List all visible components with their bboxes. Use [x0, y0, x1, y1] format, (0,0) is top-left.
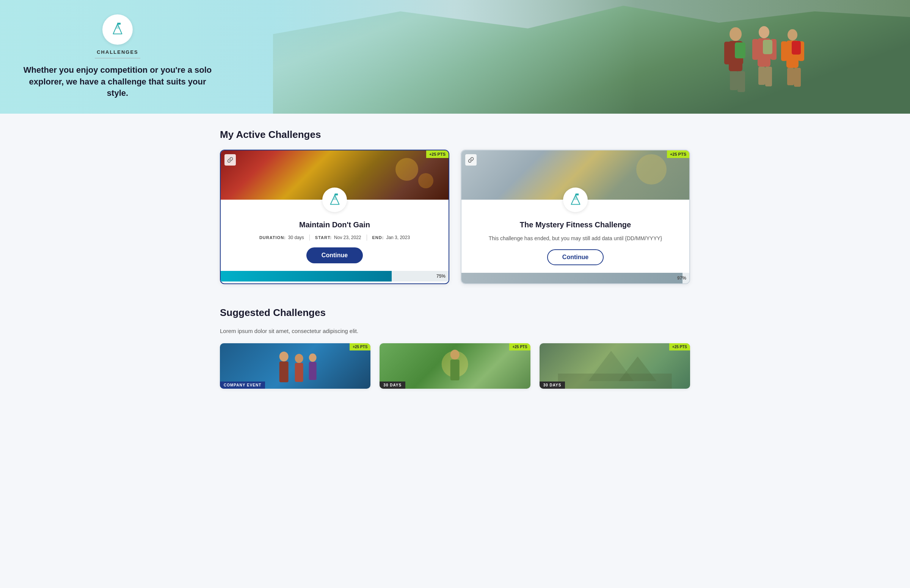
svg-rect-2 [724, 42, 730, 65]
svg-marker-30 [573, 195, 578, 200]
hero-banner: CHALLENGES Whether you enjoy competition… [0, 0, 910, 114]
hero-icon-circle [102, 15, 133, 45]
svg-rect-9 [752, 39, 758, 60]
svg-point-33 [279, 352, 288, 362]
suggested-card-2[interactable]: 30 DAYS +25 PTS [379, 343, 530, 389]
svg-marker-26 [332, 195, 337, 200]
svg-rect-32 [576, 193, 579, 195]
card-1-duration-value: 30 days [288, 235, 304, 240]
card-1-icon-circle [322, 187, 347, 212]
card-1-progress-text: 75% [436, 273, 445, 279]
svg-rect-13 [765, 67, 772, 86]
sugg-card-2-badge: 30 DAYS [379, 381, 405, 389]
card-1-start-label: START: [315, 235, 332, 240]
active-challenges-grid: +25 PTS Maintain Don't Gain DURATION: 30… [220, 150, 690, 284]
card-1-footer: 75% [221, 271, 449, 281]
svg-point-35 [295, 354, 303, 363]
hero-title: CHALLENGES [23, 49, 212, 55]
svg-rect-20 [794, 68, 801, 87]
sugg-card-1-pts: +25 PTS [350, 343, 371, 351]
svg-rect-18 [792, 41, 801, 55]
suggested-challenges-title: Suggested Challenges [220, 307, 690, 318]
card-1-start-value: Nov 23, 2022 [334, 235, 361, 240]
svg-rect-6 [737, 71, 745, 92]
hero-people-illustration [705, 15, 819, 114]
svg-rect-12 [758, 67, 765, 85]
svg-rect-16 [781, 41, 787, 61]
svg-rect-36 [295, 363, 303, 382]
hero-divider [95, 58, 140, 58]
challenge-card-1: +25 PTS Maintain Don't Gain DURATION: 30… [220, 150, 449, 284]
card-2-link-icon[interactable] [465, 154, 477, 166]
card-2-title: The Mystery Fitness Challenge [473, 221, 678, 229]
card-1-body: Maintain Don't Gain DURATION: 30 days ST… [221, 212, 449, 271]
card-2-footer: 97% [461, 273, 689, 283]
svg-point-14 [787, 29, 797, 40]
sugg-card-3-badge: 30 DAYS [539, 381, 565, 389]
card-2-continue-button[interactable]: Continue [547, 249, 604, 265]
card-1-divider-1 [309, 234, 310, 241]
hero-content: CHALLENGES Whether you enjoy competition… [0, 3, 235, 111]
mountain-flag-icon [111, 23, 125, 36]
svg-point-0 [730, 27, 742, 41]
sugg-card-3-pts: +25 PTS [669, 343, 690, 351]
suggested-section: Suggested Challenges Lorem ipsum dolor s… [220, 307, 690, 389]
svg-rect-24 [118, 23, 121, 24]
svg-rect-11 [763, 40, 772, 54]
active-challenges-title: My Active Challenges [220, 129, 690, 141]
challenge-card-2: +25 PTS The Mystery Fitness Challenge Th… [461, 150, 690, 284]
card-2-icon-circle [563, 187, 588, 212]
svg-rect-19 [787, 68, 794, 85]
sugg-card-2-pts: +25 PTS [509, 343, 530, 351]
card-1-progress-bar [221, 271, 392, 281]
svg-rect-44 [558, 373, 672, 389]
link-icon-2 [468, 157, 474, 163]
suggested-description: Lorem ipsum dolor sit amet, consectetur … [220, 328, 690, 334]
suggested-challenges-grid: COMPANY EVENT +25 PTS 30 DAYS +25 PTS [220, 343, 690, 389]
card-2-description: This challenge has ended, but you may st… [473, 234, 678, 242]
card-2-progress-bar [461, 273, 682, 283]
card-2-progress-text: 97% [677, 275, 686, 281]
svg-point-40 [450, 350, 460, 360]
link-icon [227, 157, 233, 163]
svg-marker-22 [115, 24, 120, 29]
card-1-meta: DURATION: 30 days START: Nov 23, 2022 EN… [232, 234, 437, 241]
svg-point-37 [309, 354, 317, 362]
card-1-end: END: Jan 3, 2023 [372, 235, 410, 240]
suggested-card-3[interactable]: 30 DAYS +25 PTS [539, 343, 690, 389]
sugg-card-1-image: COMPANY EVENT +25 PTS [220, 343, 371, 389]
card-2-mountain-icon [569, 193, 582, 207]
card-1-continue-button[interactable]: Continue [306, 247, 363, 263]
card-2-pts-badge: +25 PTS [667, 150, 689, 158]
hero-subtitle: Whether you enjoy competition or you're … [23, 65, 212, 99]
sugg-card-2-image: 30 DAYS +25 PTS [379, 343, 530, 389]
svg-rect-28 [335, 193, 338, 195]
card-1-start: START: Nov 23, 2022 [315, 235, 361, 240]
card-1-divider-2 [367, 234, 367, 241]
svg-rect-5 [730, 71, 737, 90]
card-1-pts-badge: +25 PTS [426, 150, 449, 158]
svg-rect-38 [309, 362, 317, 380]
card-1-title: Maintain Don't Gain [232, 221, 437, 229]
sugg-card-1-badge: COMPANY EVENT [220, 381, 265, 389]
card-2-body: The Mystery Fitness Challenge This chall… [461, 212, 689, 273]
card-1-duration-label: DURATION: [259, 235, 286, 240]
svg-rect-34 [279, 362, 288, 382]
svg-rect-41 [450, 360, 460, 380]
card-1-duration: DURATION: 30 days [259, 235, 304, 240]
svg-point-7 [759, 26, 769, 38]
card-1-end-label: END: [372, 235, 384, 240]
card-1-mountain-icon [328, 193, 342, 207]
sugg-card-3-image: 30 DAYS +25 PTS [539, 343, 690, 389]
card-1-end-value: Jan 3, 2023 [386, 235, 410, 240]
svg-rect-4 [735, 42, 745, 58]
main-content: My Active Challenges +25 PTS [189, 114, 721, 404]
suggested-card-1[interactable]: COMPANY EVENT +25 PTS [220, 343, 371, 389]
card-1-link-icon[interactable] [225, 154, 236, 166]
